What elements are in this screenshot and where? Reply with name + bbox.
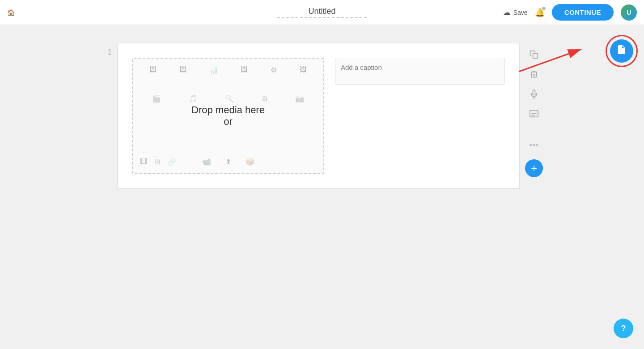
- film-icon: 🎞: [140, 157, 147, 166]
- add-slide-button[interactable]: +: [525, 159, 543, 177]
- delete-button[interactable]: [525, 66, 543, 84]
- video-icon: 🎬: [152, 94, 161, 103]
- microphone-button[interactable]: [525, 86, 543, 104]
- header-left: 🏠: [7, 9, 15, 16]
- slide-number: 1: [101, 43, 112, 56]
- copy-icon: [530, 50, 538, 61]
- image3-icon: 🖼: [241, 66, 248, 74]
- upload-icon: ⬆: [225, 157, 231, 166]
- image2-icon: 🖼: [179, 66, 186, 74]
- drop-zone-middle-icons: 🎬 🎵 🔍 ⚙ 📷: [133, 94, 323, 103]
- main-content: 1 🖼 🖼 📊 🖼 ⚙ 🖼 🎬 🎵 🔍: [0, 25, 644, 349]
- slide-card: 🖼 🖼 📊 🖼 ⚙ 🖼 🎬 🎵 🔍 ⚙ 📷 Drop media h: [117, 43, 520, 189]
- more-options-button[interactable]: [525, 136, 543, 154]
- music-icon: 🎵: [188, 94, 197, 103]
- home-icon: 🏠: [7, 9, 15, 16]
- more-dots-icon: [530, 144, 538, 146]
- drop-main-text: Drop media here: [191, 104, 265, 116]
- drop-text: Drop media here or: [191, 104, 265, 128]
- camera-icon: 📷: [295, 94, 304, 103]
- right-toolbar: +: [525, 43, 543, 177]
- caption-area: [335, 58, 505, 86]
- header-right: ☁ Save 🔔 CONTINUE U: [503, 4, 637, 21]
- search-icon: 🔍: [225, 94, 234, 103]
- drop-zone-icons-top: 🖼 🖼 📊 🖼 ⚙ 🖼: [133, 66, 323, 74]
- header-center: Untitled: [277, 7, 367, 18]
- cube-icon: 📦: [246, 157, 254, 166]
- chart-icon: 📊: [209, 66, 218, 74]
- bottom-left-icons: 🎞 ⊞ 🔗: [140, 157, 176, 166]
- notification-button[interactable]: 🔔: [535, 8, 545, 17]
- caption-input[interactable]: [335, 58, 505, 85]
- video2-icon: 📹: [202, 157, 211, 166]
- subtitles-button[interactable]: [525, 106, 543, 123]
- copy-button[interactable]: [525, 47, 543, 64]
- continue-button[interactable]: CONTINUE: [552, 4, 614, 21]
- new-page-icon: [616, 44, 627, 58]
- media-drop-zone[interactable]: 🖼 🖼 📊 🖼 ⚙ 🖼 🎬 🎵 🔍 ⚙ 📷 Drop media h: [132, 58, 324, 174]
- plus-icon: +: [531, 163, 537, 174]
- image4-icon: 🖼: [300, 66, 307, 74]
- slide-wrapper: 1 🖼 🖼 📊 🖼 ⚙ 🖼 🎬 🎵 🔍: [101, 43, 543, 338]
- home-button[interactable]: 🏠: [7, 9, 15, 16]
- image-icon: 🖼: [149, 66, 157, 74]
- question-mark-icon: ?: [621, 324, 626, 333]
- three-dots: [530, 144, 538, 146]
- save-button[interactable]: ☁ Save: [503, 8, 528, 17]
- settings-icon: ⚙: [271, 66, 277, 74]
- svg-rect-0: [533, 53, 538, 58]
- title-underline: [277, 17, 367, 18]
- page-title: Untitled: [308, 7, 335, 16]
- save-label: Save: [513, 9, 528, 16]
- drop-or-text: or: [191, 116, 265, 128]
- microphone-icon: [530, 89, 538, 101]
- upload-icon: ☁: [503, 8, 511, 17]
- grid-icon: ⊞: [154, 157, 160, 166]
- subtitles-icon: [529, 109, 539, 121]
- new-page-button[interactable]: [610, 39, 633, 63]
- header: 🏠 Untitled ☁ Save 🔔 CONTINUE U: [0, 0, 644, 25]
- link-icon: 🔗: [167, 157, 176, 166]
- notification-dot: [542, 7, 546, 10]
- trash-icon: [530, 70, 538, 81]
- help-button[interactable]: ?: [614, 319, 633, 338]
- gear-icon: ⚙: [262, 94, 268, 103]
- avatar[interactable]: U: [621, 4, 637, 21]
